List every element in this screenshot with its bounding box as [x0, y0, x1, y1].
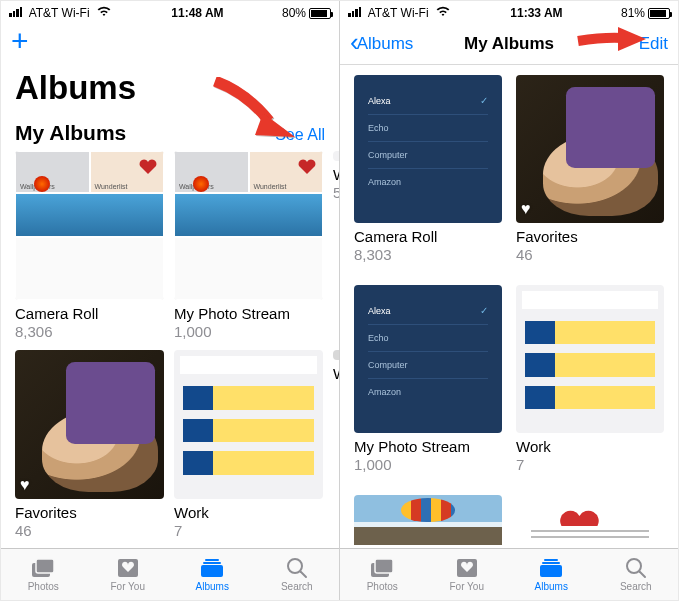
back-button[interactable]: ‹ Albums — [350, 34, 413, 54]
tab-label: Photos — [28, 581, 59, 592]
tab-search[interactable]: Search — [255, 549, 340, 600]
svg-line-8 — [300, 572, 306, 578]
back-label: Albums — [357, 34, 414, 54]
album-count: 7 — [516, 456, 664, 473]
screen-my-albums: AT&T Wi-Fi 11:33 AM 81% ‹ Albums My Albu… — [340, 1, 678, 600]
album-name: Work — [174, 504, 323, 521]
page-title: Albums — [1, 65, 339, 121]
album-card[interactable]: Alexa✓ Echo Computer Amazon My Photo Str… — [354, 285, 502, 483]
heart-icon: ♥ — [521, 200, 531, 218]
tab-search[interactable]: Search — [594, 549, 679, 600]
tab-label: For You — [111, 581, 145, 592]
tab-bar: Photos For You Albums Search — [1, 548, 339, 600]
tab-photos[interactable]: Photos — [1, 549, 86, 600]
status-carrier: AT&T Wi-Fi — [348, 6, 452, 20]
tab-photos[interactable]: Photos — [340, 549, 425, 600]
wifi-icon — [97, 6, 111, 17]
tab-albums[interactable]: Albums — [509, 549, 594, 600]
albums-icon — [538, 557, 564, 579]
svg-rect-6 — [201, 565, 223, 577]
nav-bar: + — [1, 23, 339, 65]
status-battery: 80% — [282, 6, 331, 20]
see-all-link[interactable]: See All — [275, 126, 325, 144]
album-card[interactable]: Wallpapers Wunderlist My Photo Stream 1,… — [174, 151, 323, 350]
heart-icon: ♥ — [20, 476, 30, 494]
search-icon — [623, 557, 649, 579]
nav-bar: ‹ Albums My Albums Edit — [340, 23, 678, 65]
album-card[interactable] — [516, 495, 664, 545]
signal-icon — [348, 7, 361, 17]
tab-label: Photos — [367, 581, 398, 592]
albums-grid[interactable]: Alexa✓ Echo Computer Amazon Camera Roll … — [340, 65, 678, 548]
album-card[interactable] — [354, 495, 502, 545]
album-card[interactable]: W 5 — [333, 151, 339, 350]
tab-foryou[interactable]: For You — [425, 549, 510, 600]
tab-label: Search — [281, 581, 313, 592]
edit-button[interactable]: Edit — [639, 34, 668, 54]
svg-rect-15 — [540, 565, 562, 577]
tab-label: Search — [620, 581, 652, 592]
album-thumb: Wallpapers Wunderlist — [174, 151, 323, 300]
album-card[interactable]: W — [333, 350, 339, 548]
album-thumb: Wallpapers Wunderlist — [15, 151, 164, 300]
album-count: 8,303 — [354, 246, 502, 263]
screen-albums-list: AT&T Wi-Fi 11:48 AM 80% + Albums My Albu… — [1, 1, 340, 600]
album-thumb — [516, 285, 664, 433]
album-count: 46 — [15, 522, 164, 539]
signal-icon — [9, 7, 22, 17]
album-name: Camera Roll — [354, 228, 502, 245]
foryou-icon — [115, 557, 141, 579]
svg-rect-2 — [36, 559, 54, 573]
album-thumb: Alexa✓ Echo Computer Amazon — [354, 285, 502, 433]
tab-label: Albums — [535, 581, 568, 592]
svg-rect-13 — [544, 559, 558, 561]
tab-foryou[interactable]: For You — [86, 549, 171, 600]
search-icon — [284, 557, 310, 579]
album-count: 1,000 — [354, 456, 502, 473]
album-card[interactable]: Work 7 — [516, 285, 664, 483]
svg-rect-4 — [205, 559, 219, 561]
wifi-icon — [436, 6, 450, 17]
battery-icon — [309, 8, 331, 19]
album-name: My Photo Stream — [174, 305, 323, 322]
status-bar: AT&T Wi-Fi 11:48 AM 80% — [1, 1, 339, 23]
album-thumb — [516, 495, 664, 545]
album-card[interactable]: Work 7 — [174, 350, 323, 548]
album-card[interactable]: Alexa✓ Echo Computer Amazon Camera Roll … — [354, 75, 502, 273]
album-name: My Photo Stream — [354, 438, 502, 455]
album-thumb: ♥ — [15, 350, 164, 499]
add-button[interactable]: + — [11, 41, 29, 47]
tab-bar: Photos For You Albums Search — [340, 548, 678, 600]
battery-icon — [648, 8, 670, 19]
status-time: 11:48 AM — [171, 6, 223, 20]
photos-icon — [369, 557, 395, 579]
status-time: 11:33 AM — [510, 6, 562, 20]
album-name: Favorites — [516, 228, 664, 245]
section-header: My Albums See All — [1, 121, 339, 151]
tab-label: Albums — [196, 581, 229, 592]
album-name: Work — [516, 438, 664, 455]
svg-rect-5 — [203, 562, 221, 564]
albums-scroll[interactable]: Wallpapers Wunderlist Camera Roll 8,306 … — [1, 151, 339, 548]
album-name: W — [333, 365, 339, 382]
album-count: 8,306 — [15, 323, 164, 340]
album-thumb — [354, 495, 502, 545]
section-title: My Albums — [15, 121, 126, 145]
album-count: 7 — [174, 522, 323, 539]
photos-icon — [30, 557, 56, 579]
album-thumb — [333, 151, 339, 161]
foryou-icon — [454, 557, 480, 579]
album-thumb — [174, 350, 323, 499]
album-card[interactable]: Wallpapers Wunderlist Camera Roll 8,306 — [15, 151, 164, 350]
album-card[interactable]: ♥ Favorites 46 — [15, 350, 164, 548]
svg-rect-14 — [542, 562, 560, 564]
album-thumb — [333, 350, 339, 360]
album-count: 46 — [516, 246, 664, 263]
album-card[interactable]: ♥ Favorites 46 — [516, 75, 664, 273]
album-name: Favorites — [15, 504, 164, 521]
album-thumb: Alexa✓ Echo Computer Amazon — [354, 75, 502, 223]
album-count: 5 — [333, 184, 339, 201]
album-name: Camera Roll — [15, 305, 164, 322]
tab-albums[interactable]: Albums — [170, 549, 255, 600]
album-name: W — [333, 166, 339, 183]
